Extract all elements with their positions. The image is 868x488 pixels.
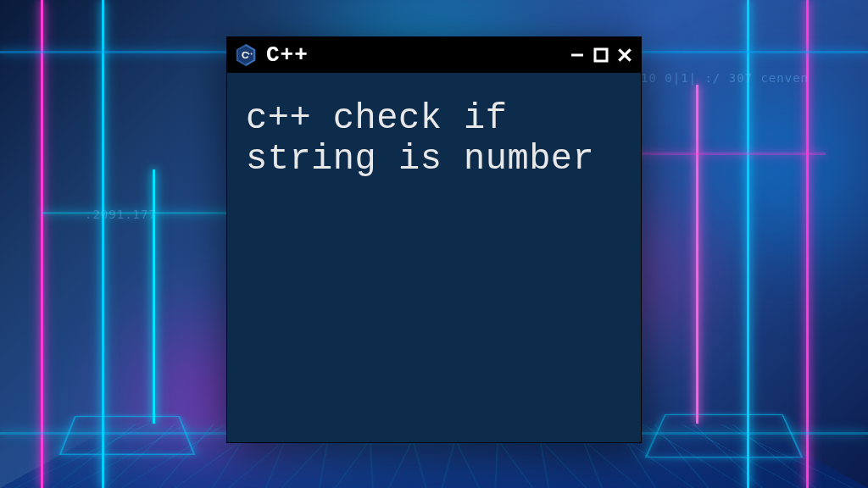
svg-text:+: + <box>251 52 253 56</box>
window-title: C++ <box>266 42 559 68</box>
svg-rect-7 <box>595 49 607 61</box>
maximize-button[interactable] <box>592 46 610 64</box>
bg-decor-text-2: .2091.177 <box>85 208 157 221</box>
titlebar[interactable]: C + + C++ <box>227 37 641 73</box>
bg-decor-text-1: 10 0|1| :/ 307 cenven <box>641 71 809 85</box>
svg-text:+: + <box>248 52 250 56</box>
minimize-button[interactable] <box>568 46 587 64</box>
cpp-logo-icon: C + + <box>234 43 258 67</box>
terminal-window: C + + C++ c++ check if string is number <box>226 36 642 443</box>
close-button[interactable] <box>615 46 634 64</box>
window-controls <box>568 46 634 64</box>
terminal-content: c++ check if string is number <box>227 73 641 206</box>
